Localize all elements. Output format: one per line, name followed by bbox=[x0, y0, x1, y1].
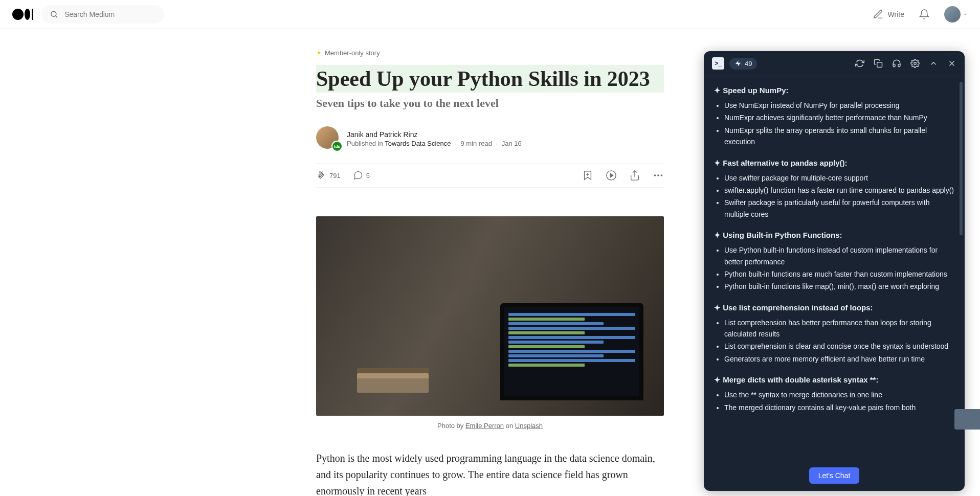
summary-heading: ✦ Fast alternative to pandas apply(): bbox=[714, 157, 954, 169]
svg-marker-10 bbox=[736, 60, 741, 66]
search-input[interactable] bbox=[64, 10, 156, 18]
notifications-icon[interactable] bbox=[919, 9, 930, 20]
write-button[interactable]: Write bbox=[873, 9, 904, 20]
image-caption: Photo by Emile Perron on Unsplash bbox=[316, 422, 664, 430]
user-menu[interactable] bbox=[944, 6, 968, 22]
headphones-icon[interactable] bbox=[892, 59, 901, 68]
insights-badge[interactable]: 49 bbox=[729, 58, 757, 70]
engagement-bar: 791 5 bbox=[316, 163, 664, 188]
comment-icon bbox=[353, 170, 363, 181]
summary-heading: ✦ Merge dicts with double asterisk synta… bbox=[714, 374, 954, 386]
summary-section: ✦ Fast alternative to pandas apply():Use… bbox=[714, 157, 954, 220]
caption-source-link[interactable]: Unsplash bbox=[515, 422, 543, 430]
published-in-prefix: Published in bbox=[347, 140, 383, 147]
caption-author-link[interactable]: Emile Perron bbox=[465, 422, 504, 430]
svg-marker-5 bbox=[610, 174, 613, 177]
summary-bullet-item: Use swifter package for multiple-core su… bbox=[724, 172, 954, 184]
author-name[interactable]: Janik and Patrick Rinz bbox=[347, 130, 522, 139]
share-icon[interactable] bbox=[629, 170, 640, 181]
summary-bullet-item: Generators are more memory efficient and… bbox=[724, 353, 954, 365]
summary-bullet-item: List comprehension has better performanc… bbox=[724, 317, 954, 340]
summary-bullet-item: List comprehension is clear and concise … bbox=[724, 341, 954, 352]
summary-bullets: Use Python built-in functions instead of… bbox=[714, 244, 954, 292]
play-icon[interactable] bbox=[606, 170, 617, 181]
books-graphic bbox=[357, 378, 429, 393]
author-info: Janik and Patrick Rinz Published in Towa… bbox=[347, 130, 522, 147]
svg-point-7 bbox=[654, 175, 656, 177]
summary-bullet-item: Python built-in functions are much faste… bbox=[724, 268, 954, 280]
badge-count: 49 bbox=[745, 60, 752, 67]
close-icon[interactable] bbox=[947, 59, 956, 68]
svg-point-8 bbox=[657, 175, 659, 177]
summary-bullet-item: NumExpr splits the array operands into s… bbox=[724, 125, 954, 148]
publish-date: Jan 16 bbox=[502, 140, 522, 147]
summary-bullet-item: Use NumExpr instead of NumPy for paralle… bbox=[724, 100, 954, 111]
author-avatars[interactable]: tds bbox=[316, 126, 341, 151]
svg-line-1 bbox=[55, 15, 57, 17]
laptop-graphic bbox=[500, 303, 643, 400]
user-avatar bbox=[944, 6, 961, 22]
refresh-icon[interactable] bbox=[855, 59, 864, 68]
summary-bullet-item: Python built-in functions like map(), mi… bbox=[724, 281, 954, 292]
settings-icon[interactable] bbox=[910, 59, 920, 68]
bookmark-icon[interactable] bbox=[582, 170, 593, 181]
publication-avatar: tds bbox=[331, 141, 343, 152]
author-row: tds Janik and Patrick Rinz Published in … bbox=[316, 126, 664, 151]
extension-content[interactable]: ✦ Speed up NumPy:Use NumExpr instead of … bbox=[704, 76, 965, 460]
summary-bullet-item: NumExpr achieves significantly better pe… bbox=[724, 112, 954, 123]
console-icon[interactable]: >_ bbox=[712, 57, 724, 70]
summary-bullet-item: Swifter package is particularly useful f… bbox=[724, 197, 954, 220]
clap-icon bbox=[316, 170, 326, 181]
search-icon bbox=[50, 9, 58, 19]
caption-prefix: Photo by bbox=[437, 422, 465, 430]
member-badge-text: Member-only story bbox=[325, 49, 380, 57]
article-body-p1: Python is the most widely used programmi… bbox=[316, 450, 664, 496]
article-container: ✦ Member-only story Speed Up your Python… bbox=[316, 29, 664, 496]
summary-bullets: Use NumExpr instead of NumPy for paralle… bbox=[714, 100, 954, 148]
summary-bullets: Use the ** syntax to merge dictionaries … bbox=[714, 389, 954, 413]
member-badge: ✦ Member-only story bbox=[316, 49, 664, 57]
clap-button[interactable]: 791 bbox=[316, 170, 341, 181]
article-subtitle: Seven tips to take you to the next level bbox=[316, 97, 664, 110]
hero-image bbox=[316, 216, 664, 416]
copy-icon[interactable] bbox=[874, 59, 883, 68]
medium-logo[interactable] bbox=[12, 9, 33, 20]
summary-section: ✦ Using Built-in Python Functions:Use Py… bbox=[714, 229, 954, 292]
author-meta: Published in Towards Data Science · 9 mi… bbox=[347, 140, 522, 147]
summary-section: ✦ Speed up NumPy:Use NumExpr instead of … bbox=[714, 84, 954, 148]
search-box[interactable] bbox=[41, 5, 164, 24]
clap-count: 791 bbox=[329, 172, 341, 179]
caption-on: on bbox=[504, 422, 515, 430]
summary-bullet-item: The merged dictionary contains all key-v… bbox=[724, 402, 954, 413]
svg-rect-11 bbox=[877, 62, 882, 67]
summary-bullets: List comprehension has better performanc… bbox=[714, 317, 954, 365]
extension-header: >_ 49 bbox=[704, 51, 965, 76]
comment-count: 5 bbox=[366, 172, 370, 179]
svg-point-9 bbox=[661, 175, 663, 177]
summary-bullet-item: swifter.apply() function has a faster ru… bbox=[724, 185, 954, 196]
side-tab[interactable] bbox=[954, 409, 980, 430]
scrollbar[interactable] bbox=[960, 82, 963, 235]
read-time: 9 min read bbox=[460, 140, 492, 147]
article-title: Speed Up your Python Skills in 2023 bbox=[316, 65, 664, 93]
publication-link[interactable]: Towards Data Science bbox=[385, 140, 451, 147]
lightning-icon bbox=[734, 60, 742, 67]
chat-button[interactable]: Let's Chat bbox=[809, 467, 860, 484]
svg-point-0 bbox=[51, 11, 56, 16]
app-header: Write bbox=[0, 0, 980, 29]
svg-point-12 bbox=[914, 62, 917, 65]
header-right: Write bbox=[873, 6, 968, 22]
summary-heading: ✦ Speed up NumPy: bbox=[714, 84, 954, 97]
chevron-down-icon bbox=[963, 12, 968, 17]
comment-button[interactable]: 5 bbox=[353, 170, 370, 181]
chevron-up-icon[interactable] bbox=[929, 59, 938, 68]
summary-section: ✦ Merge dicts with double asterisk synta… bbox=[714, 374, 954, 413]
summary-heading: ✦ Use list comprehension instead of loop… bbox=[714, 302, 954, 314]
summary-heading: ✦ Using Built-in Python Functions: bbox=[714, 229, 954, 241]
summary-bullet-item: Use Python built-in functions instead of… bbox=[724, 244, 954, 267]
summary-section: ✦ Use list comprehension instead of loop… bbox=[714, 302, 954, 365]
write-icon bbox=[873, 9, 884, 20]
header-left bbox=[12, 5, 164, 24]
more-icon[interactable] bbox=[653, 170, 664, 181]
summary-bullets: Use swifter package for multiple-core su… bbox=[714, 172, 954, 220]
